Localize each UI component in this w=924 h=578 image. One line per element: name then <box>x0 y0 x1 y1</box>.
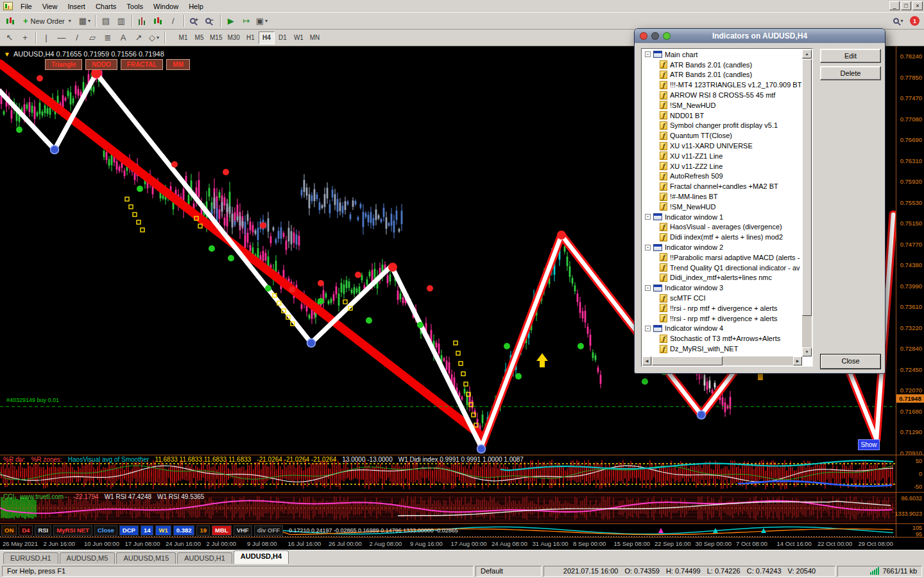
bar-chart-icon[interactable] <box>135 14 150 28</box>
indicator-item[interactable]: ƒDidi index(mtf + alerts + lines) mod2 <box>642 232 802 242</box>
indicator-item[interactable]: ƒATR Bands 2.01 (candles) <box>642 70 802 80</box>
indicator-item[interactable]: ƒStochastic of T3 mtf+Arrows+Alerts <box>642 333 802 344</box>
indicator-item[interactable]: ƒQuantum TT(Close) <box>642 130 802 141</box>
edit-button[interactable]: Edit <box>820 49 881 63</box>
channel-icon[interactable]: ▱ <box>85 31 99 45</box>
chart-tab-audusd-h4[interactable]: AUDUSD,H4 <box>234 550 289 564</box>
indicator-item[interactable]: ƒDidi_index_mtf+alerts+lines nmc <box>642 273 802 283</box>
search-icon[interactable]: ▾ <box>891 14 905 28</box>
close-window-button[interactable]: × <box>912 1 923 10</box>
maximize-window-button[interactable]: □ <box>901 1 911 10</box>
indicator-item[interactable]: ƒ!SM_NewHUD <box>642 202 802 212</box>
panel-button-w1[interactable]: W1 <box>155 525 171 536</box>
vertical-line-icon[interactable]: | <box>39 31 53 45</box>
chart-tab-audusd-h1[interactable]: AUDUSD,H1 <box>177 552 232 564</box>
indicator-item[interactable]: ƒscMTF CCI <box>642 293 802 303</box>
indicator-item[interactable]: ƒ!SM_NewHUD <box>642 100 802 110</box>
indicator-item[interactable]: ƒHaosVisual - averages (divergence) <box>642 222 802 232</box>
menu-window[interactable]: Window <box>148 1 184 12</box>
timeframe-m15-button[interactable]: M15 <box>207 31 225 44</box>
new-order-button[interactable]: + New Order ▾ <box>19 14 76 28</box>
vertical-scroll-thumb[interactable] <box>802 59 812 316</box>
fibonacci-icon[interactable]: ≣ <box>101 31 115 45</box>
trendline-icon[interactable]: / <box>70 31 84 45</box>
charts-cascade-icon[interactable]: ▥ <box>114 14 128 28</box>
new-chart-icon[interactable] <box>3 14 17 28</box>
panel-button-rsi[interactable]: RSI <box>35 525 51 536</box>
timeframe-h4-button[interactable]: H4 <box>259 31 275 44</box>
indicator-item[interactable]: ƒARROW RSI 8 CROSS-55 45 mtf <box>642 90 802 100</box>
time-axis[interactable]: 26 May 20212 Jun 16:0010 Jun 00:0017 Jun… <box>0 537 924 550</box>
delete-button[interactable]: Delete <box>820 66 881 80</box>
indicator-item[interactable]: ƒFractal channel+candles +MA2 BT <box>642 181 802 191</box>
indicator-item[interactable]: ƒATR Bands 2.01 (candles) <box>642 60 802 70</box>
shapes-dropdown-icon[interactable]: ◇▾ <box>147 31 161 45</box>
price-scale[interactable]: 0.782400.778500.774700.770800.766900.763… <box>896 46 924 455</box>
timeframe-m1-button[interactable]: M1 <box>175 31 191 44</box>
candlestick-chart-icon[interactable] <box>151 14 165 28</box>
text-icon[interactable]: A <box>116 31 130 45</box>
auto-scroll-icon[interactable]: ▶ <box>224 14 238 28</box>
panel-button-0-382[interactable]: 0.382 <box>173 525 195 536</box>
panel-button-dcp[interactable]: DCP <box>119 525 139 536</box>
indicator-item[interactable]: ƒ!!!-MT4 123TRIANGLES v1.2_170.909 BT <box>642 80 802 90</box>
chart-button-mm[interactable]: MM <box>166 59 190 70</box>
indicator-item[interactable]: ƒTrend Quality Q1 directional indicator … <box>642 263 802 273</box>
collapse-icon[interactable]: - <box>645 245 651 250</box>
chart-tab-eurusd-h1[interactable]: EURUSD,H1 <box>3 552 58 564</box>
indicator-item[interactable]: ƒAutoRefresh 509 <box>642 171 802 182</box>
indicator-window-1[interactable]: %R div:%R zones:HaosVisual avg of Smooth… <box>0 455 924 492</box>
timeframe-w1-button[interactable]: W1 <box>291 31 307 44</box>
indicator-item[interactable]: ƒ!!rsi - nrp mtf + divergence + alerts <box>642 313 802 324</box>
chart-tab-audusd-m5[interactable]: AUDUSD,M5 <box>60 552 116 564</box>
zoom-out-icon[interactable]: − <box>203 14 217 28</box>
menu-charts[interactable]: Charts <box>90 1 121 12</box>
collapse-icon[interactable]: - <box>645 214 651 220</box>
indicator-group[interactable]: -Indicator window 3 <box>642 283 802 293</box>
indicator-item[interactable]: ƒXU v11-ZZ2 Line <box>642 161 802 171</box>
indicator-item[interactable]: ƒNDD01 BT <box>642 110 802 121</box>
panel-button-14[interactable]: 14 <box>141 525 154 536</box>
notification-badge[interactable]: 1 <box>910 16 920 26</box>
open-chart-dropdown[interactable]: ▦▾ <box>78 14 92 28</box>
indicator-item[interactable]: ƒDz_MyRSI_with_NET <box>642 344 802 354</box>
scroll-up-icon[interactable]: ▲ <box>802 49 812 58</box>
panel-button-vhf[interactable]: VHF <box>234 525 252 536</box>
collapse-icon[interactable]: - <box>645 51 651 57</box>
collapse-icon[interactable]: - <box>645 326 651 331</box>
line-chart-icon[interactable]: / <box>166 14 180 28</box>
close-light-icon[interactable] <box>640 32 647 40</box>
indicator-group[interactable]: -Indicator window 1 <box>642 212 802 222</box>
panel-button-close[interactable]: Close <box>94 525 117 536</box>
chart-tab-audusd-m15[interactable]: AUDUSD,M15 <box>116 552 176 564</box>
chart-button-triangle[interactable]: Triangle <box>45 59 82 70</box>
indicator-item[interactable]: ƒXU v11-ZZ1 Line <box>642 151 802 161</box>
collapse-icon[interactable]: - <box>645 285 651 291</box>
zoom-light-icon[interactable] <box>663 32 671 40</box>
dialog-title-bar[interactable]: Indicators on AUDUSD,H4 <box>635 29 885 43</box>
indicators-dropdown-icon[interactable]: ▣▾ <box>255 14 269 28</box>
menu-insert[interactable]: Insert <box>62 1 90 12</box>
profiles-icon[interactable]: ▤ <box>99 14 113 28</box>
chart-shift-icon[interactable]: ↦ <box>239 14 253 28</box>
timeframe-h1-button[interactable]: H1 <box>243 31 259 44</box>
panel-button-d4[interactable]: D4 <box>19 525 33 536</box>
crosshair-icon[interactable]: + <box>18 31 32 45</box>
close-button[interactable]: Close <box>820 354 881 369</box>
arrow-tool-icon[interactable]: ↗ <box>132 31 146 45</box>
timeframe-m5-button[interactable]: M5 <box>191 31 207 44</box>
scroll-down-icon[interactable]: ▼ <box>802 347 812 356</box>
menu-file[interactable]: File <box>15 1 37 12</box>
minimize-window-button[interactable]: _ <box>889 1 900 10</box>
indicator-item[interactable]: ƒ!!rsi - nrp mtf + divergence + alerts <box>642 303 802 313</box>
scroll-left-icon[interactable]: ◀ <box>642 356 651 365</box>
panel-button-19[interactable]: 19 <box>196 525 210 536</box>
zoom-in-icon[interactable]: + <box>187 14 201 28</box>
timeframe-mn-button[interactable]: MN <box>307 31 323 44</box>
show-button[interactable]: Show <box>858 439 880 450</box>
timeframe-d1-button[interactable]: D1 <box>275 31 291 44</box>
cursor-icon[interactable]: ↖ <box>3 31 17 45</box>
minimize-light-icon[interactable] <box>651 32 659 40</box>
indicator-group[interactable]: -Indicator window 4 <box>642 324 802 334</box>
panel-button-on[interactable]: ON <box>1 525 17 536</box>
